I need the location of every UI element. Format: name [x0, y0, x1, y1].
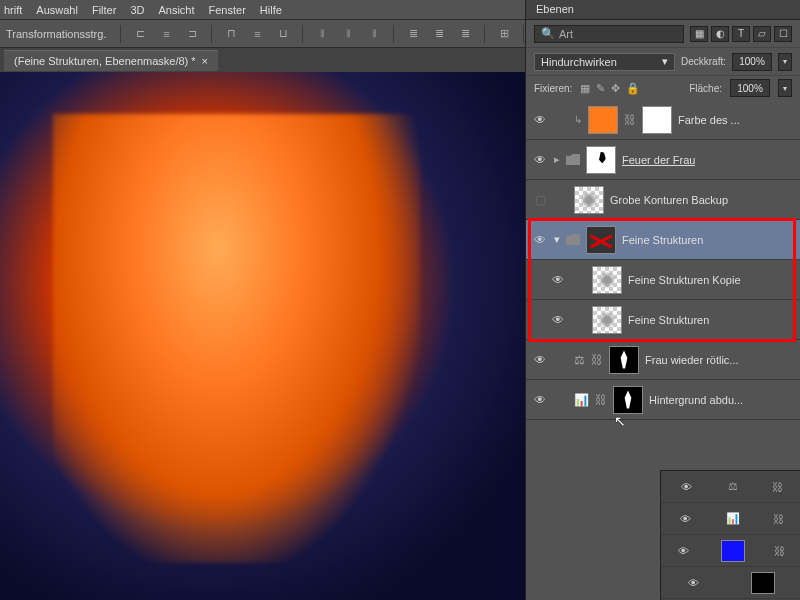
mask-thumbnail[interactable] [613, 386, 643, 414]
layer-thumbnail[interactable] [588, 106, 618, 134]
adjustment-icon: ⚖ [728, 480, 738, 493]
filter-shape-icon[interactable]: ▱ [753, 26, 771, 42]
fill-label: Fläche: [689, 83, 722, 94]
menu-window[interactable]: Fenster [209, 4, 246, 16]
visibility-icon[interactable]: 👁 [532, 232, 548, 248]
link-icon: ⛓ [591, 353, 603, 367]
layer-filter-dropdown[interactable]: 🔍 Art [534, 25, 684, 43]
layer-name[interactable]: Grobe Konturen Backup [610, 194, 728, 206]
search-icon: 🔍 [541, 27, 555, 40]
mask-thumbnail[interactable] [586, 226, 616, 254]
lock-pixels-icon[interactable]: ✎ [596, 82, 605, 95]
adjustment-icon: ⚖ [574, 353, 585, 367]
adjustment-icon: 📊 [726, 512, 740, 525]
layer-name[interactable]: Feine Strukturen [628, 314, 709, 326]
menu-filter[interactable]: Filter [92, 4, 116, 16]
close-icon[interactable]: × [202, 55, 208, 67]
distribute-v-icon[interactable]: ≣ [402, 24, 424, 44]
collapse-icon[interactable]: ▸ [554, 153, 560, 166]
link-icon: ⛓ [624, 113, 636, 127]
menu-3d[interactable]: 3D [130, 4, 144, 16]
layer-name[interactable]: Farbe des ... [678, 114, 740, 126]
link-icon: ⛓ [774, 545, 785, 557]
distribute-v2-icon[interactable]: ≣ [428, 24, 450, 44]
chevron-down-icon: ▾ [662, 55, 668, 68]
align-top-icon[interactable]: ⊓ [220, 24, 242, 44]
layer-name[interactable]: Feuer der Frau [622, 154, 695, 166]
layer-name[interactable]: Hintergrund abdu... [649, 394, 743, 406]
panel-title[interactable]: Ebenen [526, 0, 800, 20]
visibility-icon[interactable]: 👁 [677, 511, 693, 527]
align-vcenter-icon[interactable]: ≡ [246, 24, 268, 44]
visibility-icon[interactable]: 👁 [550, 312, 566, 328]
lock-position-icon[interactable]: ✥ [611, 82, 620, 95]
layer-name[interactable]: Feine Strukturen [622, 234, 703, 246]
mini-row[interactable]: 👁 ⛓ [661, 535, 800, 567]
mask-thumbnail[interactable] [642, 106, 672, 134]
canvas[interactable] [0, 72, 525, 600]
visibility-icon[interactable]: 👁 [532, 112, 548, 128]
layer-row[interactable]: 👁 ▾ Feine Strukturen [526, 220, 800, 260]
mini-row[interactable]: 👁 📊 ⛓ [661, 503, 800, 535]
lock-transparency-icon[interactable]: ▦ [580, 82, 590, 95]
mini-row[interactable]: 👁 ⚖ ⛓ [661, 471, 800, 503]
auto-align-icon[interactable]: ⊞ [493, 24, 515, 44]
layer-thumbnail[interactable] [592, 306, 622, 334]
layer-thumbnail[interactable] [592, 266, 622, 294]
mini-row[interactable]: 👁 [661, 567, 800, 599]
filter-smart-icon[interactable]: ☐ [774, 26, 792, 42]
visibility-icon[interactable]: 👁 [676, 543, 692, 559]
layer-row[interactable]: 👁 ⚖ ⛓ Frau wieder rötlic... [526, 340, 800, 380]
menu-view[interactable]: Ansicht [158, 4, 194, 16]
layer-thumbnail[interactable] [574, 186, 604, 214]
canvas-image-subject [53, 114, 421, 563]
collapse-icon[interactable]: ▾ [554, 233, 560, 246]
lock-all-icon[interactable]: 🔒 [626, 82, 640, 95]
fill-stepper[interactable]: ▾ [778, 79, 792, 97]
layer-row[interactable]: 👁 Feine Strukturen Kopie [526, 260, 800, 300]
blend-mode-dropdown[interactable]: Hindurchwirken ▾ [534, 53, 675, 71]
layer-row[interactable]: 👁 ↳ ⛓ Farbe des ... [526, 100, 800, 140]
align-right-icon[interactable]: ⊐ [181, 24, 203, 44]
layer-thumbnail[interactable] [751, 572, 775, 594]
fill-value[interactable]: 100% [730, 79, 770, 97]
menu-select[interactable]: Auswahl [36, 4, 78, 16]
distribute-h3-icon[interactable]: ⦀ [363, 24, 385, 44]
align-hcenter-icon[interactable]: ≡ [155, 24, 177, 44]
visibility-icon[interactable]: 👁 [678, 479, 694, 495]
filter-pixel-icon[interactable]: ▦ [690, 26, 708, 42]
visibility-icon[interactable]: 👁 [532, 392, 548, 408]
visibility-icon[interactable]: ▢ [532, 192, 548, 208]
layer-name[interactable]: Feine Strukturen Kopie [628, 274, 741, 286]
layer-row[interactable]: ▢ Grobe Konturen Backup [526, 180, 800, 220]
clip-indicator-icon: ↳ [574, 114, 582, 125]
mask-thumbnail[interactable] [586, 146, 616, 174]
distribute-h-icon[interactable]: ⦀ [311, 24, 333, 44]
folder-icon [566, 154, 580, 165]
distribute-h2-icon[interactable]: ⦀ [337, 24, 359, 44]
visibility-icon[interactable]: 👁 [550, 272, 566, 288]
layer-row[interactable]: 👁 Feine Strukturen [526, 300, 800, 340]
layer-row[interactable]: 👁 ▸ Feuer der Frau [526, 140, 800, 180]
distribute-v3-icon[interactable]: ≣ [454, 24, 476, 44]
transform-controls-label[interactable]: Transformationsstrg. [6, 28, 106, 40]
blend-mode-value: Hindurchwirken [541, 56, 617, 68]
layer-row[interactable]: 👁 📊 ⛓ Hintergrund abdu... [526, 380, 800, 420]
separator [211, 25, 212, 43]
align-left-icon[interactable]: ⊏ [129, 24, 151, 44]
align-bottom-icon[interactable]: ⊔ [272, 24, 294, 44]
visibility-icon[interactable]: 👁 [532, 352, 548, 368]
menu-help[interactable]: Hilfe [260, 4, 282, 16]
mask-thumbnail[interactable] [609, 346, 639, 374]
visibility-icon[interactable]: 👁 [532, 152, 548, 168]
visibility-icon[interactable]: 👁 [686, 575, 702, 591]
separator [302, 25, 303, 43]
opacity-value[interactable]: 100% [732, 53, 772, 71]
filter-type-icon[interactable]: T [732, 26, 750, 42]
document-tab[interactable]: (Feine Strukturen, Ebenenmaske/8) * × [4, 50, 218, 71]
layer-name[interactable]: Frau wieder rötlic... [645, 354, 739, 366]
filter-adjust-icon[interactable]: ◐ [711, 26, 729, 42]
menu-type[interactable]: hrift [4, 4, 22, 16]
opacity-stepper[interactable]: ▾ [778, 53, 792, 71]
layer-thumbnail[interactable] [721, 540, 745, 562]
